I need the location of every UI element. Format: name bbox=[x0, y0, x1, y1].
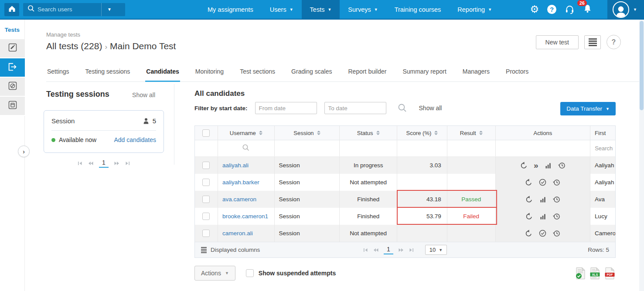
nav-tests[interactable]: Tests ▼ bbox=[302, 0, 340, 19]
sort-icon[interactable] bbox=[376, 131, 380, 135]
show-suspended-label: Show suspended attempts bbox=[259, 270, 336, 277]
sidebar-item-checkout[interactable] bbox=[0, 58, 25, 78]
table-row: brooke.cameron1 Session Finished 53.79 F… bbox=[195, 208, 615, 225]
stats-icon[interactable] bbox=[539, 213, 547, 220]
session-cell: Session bbox=[275, 157, 340, 174]
username-link[interactable]: cameron.ali bbox=[218, 230, 253, 237]
stats-icon[interactable] bbox=[539, 196, 547, 203]
select-all-checkbox[interactable] bbox=[202, 129, 210, 137]
restart-icon[interactable] bbox=[525, 195, 533, 203]
gear-icon[interactable]: ⚙ bbox=[530, 4, 539, 14]
nav-users[interactable]: Users ▼ bbox=[262, 0, 302, 19]
page-help-button[interactable]: ? bbox=[607, 35, 621, 49]
tab-candidates[interactable]: Candidates bbox=[145, 63, 180, 82]
tab-report-builder[interactable]: Report builder bbox=[347, 63, 387, 81]
username-link[interactable]: brooke.cameron1 bbox=[218, 213, 268, 220]
sort-icon[interactable] bbox=[479, 131, 483, 135]
actions-button[interactable]: Actions ▼ bbox=[194, 266, 235, 281]
filter-row: Filter by start date: Show all bbox=[194, 102, 442, 114]
prev-page-icon[interactable] bbox=[88, 161, 93, 166]
page-size-select[interactable]: 10 ▼ bbox=[425, 245, 447, 255]
sort-icon[interactable] bbox=[434, 131, 438, 135]
page-scrollbar[interactable] bbox=[639, 20, 644, 291]
history-icon[interactable] bbox=[552, 195, 561, 203]
restart-icon[interactable] bbox=[520, 161, 528, 169]
schedule-icon[interactable] bbox=[538, 178, 547, 186]
tab-testing-sessions[interactable]: Testing sessions bbox=[85, 63, 131, 81]
last-page-icon[interactable] bbox=[409, 248, 414, 252]
filter-show-all-link[interactable]: Show all bbox=[419, 105, 442, 112]
list-menu-button[interactable] bbox=[584, 35, 601, 49]
to-date-input[interactable] bbox=[324, 102, 386, 114]
from-date-input[interactable] bbox=[255, 102, 317, 114]
next-page-icon[interactable] bbox=[114, 161, 119, 166]
tab-proctors[interactable]: Proctors bbox=[505, 63, 529, 81]
title-path[interactable]: All tests (228) bbox=[46, 41, 102, 51]
history-icon[interactable] bbox=[552, 212, 561, 220]
schedule-icon[interactable] bbox=[538, 229, 547, 237]
username-link[interactable]: ava.cameron bbox=[218, 196, 256, 203]
help-icon[interactable]: ? bbox=[547, 5, 556, 14]
sort-icon[interactable] bbox=[259, 131, 262, 135]
tab-settings[interactable]: Settings bbox=[46, 63, 70, 81]
username-link[interactable]: aaliyah.ali bbox=[218, 162, 249, 169]
first-page-icon[interactable] bbox=[78, 161, 82, 166]
tab-managers[interactable]: Managers bbox=[462, 63, 491, 81]
row-checkbox[interactable] bbox=[202, 196, 210, 203]
notifications-button[interactable]: 26 bbox=[583, 4, 592, 15]
nav-training-courses[interactable]: Training courses bbox=[386, 0, 450, 19]
filter-search-icon[interactable] bbox=[398, 103, 407, 113]
tab-grading-scales[interactable]: Grading scales bbox=[290, 63, 333, 81]
row-checkbox[interactable] bbox=[202, 213, 210, 220]
tab-summary-report[interactable]: Summary report bbox=[402, 63, 447, 81]
history-icon[interactable] bbox=[552, 229, 561, 237]
nav-my-assignments[interactable]: My assignments bbox=[199, 0, 262, 19]
prev-page-icon[interactable] bbox=[373, 248, 378, 252]
history-icon[interactable] bbox=[558, 161, 566, 169]
data-transfer-button[interactable]: Data Transfer ▼ bbox=[560, 102, 616, 115]
account-menu[interactable]: ▼ bbox=[607, 0, 644, 19]
restart-icon[interactable] bbox=[525, 178, 533, 186]
current-page[interactable]: 1 bbox=[99, 159, 109, 168]
next-page-icon[interactable] bbox=[399, 248, 404, 252]
sort-icon[interactable] bbox=[317, 131, 320, 135]
xls-icon[interactable]: XLS bbox=[589, 267, 601, 280]
search-options-caret[interactable]: ▼ bbox=[102, 7, 117, 12]
sidebar-item-blocked[interactable] bbox=[0, 78, 25, 97]
current-page[interactable]: 1 bbox=[384, 246, 393, 254]
column-search-icon[interactable] bbox=[242, 144, 250, 153]
search-users-input[interactable] bbox=[37, 6, 99, 13]
sessions-show-all-link[interactable]: Show all bbox=[132, 91, 155, 98]
headset-icon[interactable] bbox=[565, 5, 575, 14]
topbar-icons: ⚙ ? 26 bbox=[530, 0, 644, 19]
last-page-icon[interactable] bbox=[125, 161, 130, 166]
sidebar-item-archive[interactable] bbox=[0, 97, 25, 116]
nav-reporting[interactable]: Reporting ▼ bbox=[449, 0, 500, 19]
tab-monitoring[interactable]: Monitoring bbox=[194, 63, 225, 81]
nav-surveys[interactable]: Surveys ▼ bbox=[340, 0, 386, 19]
excel-check-icon[interactable] bbox=[575, 267, 586, 280]
username-link[interactable]: aaliyah.barker bbox=[218, 179, 259, 186]
main-navigation: My assignments Users ▼ Tests ▼ Surveys ▼… bbox=[199, 0, 500, 19]
new-test-button[interactable]: New test bbox=[536, 35, 579, 49]
restart-icon[interactable] bbox=[525, 229, 533, 237]
tab-test-sections[interactable]: Test sections bbox=[239, 63, 276, 81]
row-checkbox[interactable] bbox=[202, 162, 210, 169]
pdf-icon[interactable]: PDF bbox=[604, 267, 616, 280]
panel-expand-button[interactable]: › bbox=[18, 146, 30, 157]
restart-icon[interactable] bbox=[525, 212, 533, 220]
sidebar-item-edit[interactable] bbox=[0, 39, 25, 58]
home-button[interactable] bbox=[4, 3, 19, 16]
history-icon[interactable] bbox=[552, 178, 561, 186]
first-name-search-input[interactable] bbox=[590, 145, 615, 152]
scrollbar-thumb[interactable] bbox=[640, 21, 644, 110]
row-checkbox[interactable] bbox=[202, 230, 210, 237]
show-suspended-checkbox[interactable] bbox=[246, 269, 254, 277]
forward-icon[interactable]: » bbox=[534, 161, 538, 169]
displayed-columns-link[interactable]: Displayed columns bbox=[211, 247, 260, 253]
stats-icon[interactable] bbox=[544, 162, 552, 169]
row-checkbox[interactable] bbox=[202, 179, 210, 186]
first-page-icon[interactable] bbox=[363, 248, 368, 252]
add-candidates-link[interactable]: Add candidates bbox=[114, 136, 156, 143]
session-card[interactable]: Session 5 Available now bbox=[44, 110, 164, 153]
